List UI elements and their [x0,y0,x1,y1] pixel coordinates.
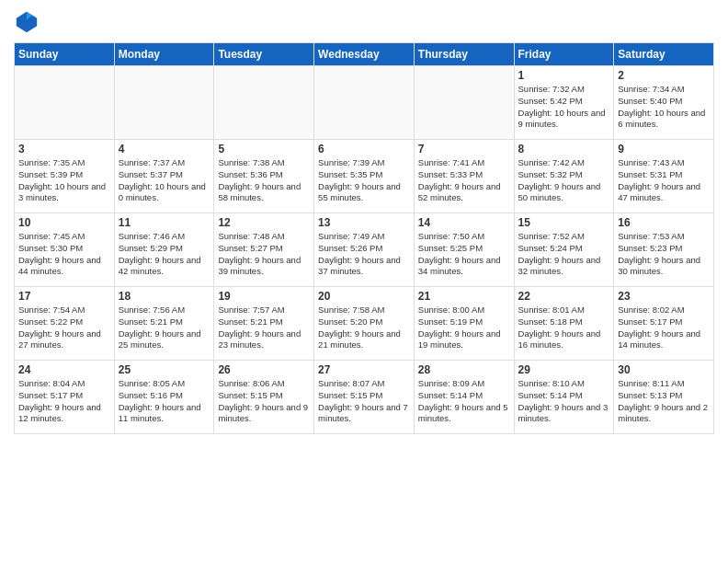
day-cell: 11Sunrise: 7:46 AM Sunset: 5:29 PM Dayli… [114,213,214,287]
day-info: Sunrise: 7:50 AM Sunset: 5:25 PM Dayligh… [418,231,510,278]
day-number: 30 [618,363,710,376]
day-cell: 22Sunrise: 8:01 AM Sunset: 5:18 PM Dayli… [514,287,614,361]
col-wednesday: Wednesday [314,43,415,66]
day-info: Sunrise: 8:04 AM Sunset: 5:17 PM Dayligh… [18,378,110,425]
day-info: Sunrise: 8:11 AM Sunset: 5:13 PM Dayligh… [618,378,710,425]
day-number: 8 [518,143,610,155]
day-cell: 12Sunrise: 7:48 AM Sunset: 5:27 PM Dayli… [214,213,314,287]
day-number: 9 [618,143,710,155]
col-tuesday: Tuesday [214,43,314,66]
day-number: 5 [218,143,310,155]
col-sunday: Sunday [15,43,115,66]
col-monday: Monday [114,43,214,66]
day-number: 20 [318,290,410,303]
day-cell: 15Sunrise: 7:52 AM Sunset: 5:24 PM Dayli… [514,213,614,287]
day-info: Sunrise: 7:49 AM Sunset: 5:26 PM Dayligh… [318,231,410,278]
day-cell: 13Sunrise: 7:49 AM Sunset: 5:26 PM Dayli… [314,213,415,287]
day-number: 12 [218,216,310,229]
day-info: Sunrise: 8:02 AM Sunset: 5:17 PM Dayligh… [618,304,710,351]
day-cell: 17Sunrise: 7:54 AM Sunset: 5:22 PM Dayli… [15,287,115,361]
day-cell: 23Sunrise: 8:02 AM Sunset: 5:17 PM Dayli… [614,287,714,361]
day-info: Sunrise: 8:01 AM Sunset: 5:18 PM Dayligh… [518,304,610,351]
day-cell: 18Sunrise: 7:56 AM Sunset: 5:21 PM Dayli… [114,287,214,361]
col-friday: Friday [514,43,614,66]
day-info: Sunrise: 8:05 AM Sunset: 5:16 PM Dayligh… [119,378,210,425]
day-number: 25 [119,363,210,376]
day-cell [214,66,314,140]
day-info: Sunrise: 8:07 AM Sunset: 5:15 PM Dayligh… [318,378,410,425]
day-cell: 19Sunrise: 7:57 AM Sunset: 5:21 PM Dayli… [214,287,314,361]
day-number: 16 [618,216,710,229]
day-cell: 7Sunrise: 7:41 AM Sunset: 5:33 PM Daylig… [414,140,514,213]
day-info: Sunrise: 7:54 AM Sunset: 5:22 PM Dayligh… [18,304,110,351]
day-info: Sunrise: 8:00 AM Sunset: 5:19 PM Dayligh… [418,304,510,351]
day-number: 7 [418,143,510,155]
day-cell: 20Sunrise: 7:58 AM Sunset: 5:20 PM Dayli… [314,287,415,361]
day-number: 28 [418,363,510,376]
week-row-4: 17Sunrise: 7:54 AM Sunset: 5:22 PM Dayli… [15,287,714,361]
day-info: Sunrise: 7:34 AM Sunset: 5:40 PM Dayligh… [618,84,710,131]
day-info: Sunrise: 8:09 AM Sunset: 5:14 PM Dayligh… [418,378,510,425]
day-cell: 2Sunrise: 7:34 AM Sunset: 5:40 PM Daylig… [614,66,714,140]
day-info: Sunrise: 7:46 AM Sunset: 5:29 PM Dayligh… [119,231,210,278]
day-cell [414,66,514,140]
day-cell: 8Sunrise: 7:42 AM Sunset: 5:32 PM Daylig… [514,140,614,213]
day-info: Sunrise: 7:58 AM Sunset: 5:20 PM Dayligh… [318,304,410,351]
day-number: 18 [119,290,210,303]
day-cell [314,66,415,140]
day-cell: 21Sunrise: 8:00 AM Sunset: 5:19 PM Dayli… [414,287,514,361]
header [14,9,714,35]
col-saturday: Saturday [614,43,714,66]
day-cell: 5Sunrise: 7:38 AM Sunset: 5:36 PM Daylig… [214,140,314,213]
day-cell [114,66,214,140]
day-cell: 4Sunrise: 7:37 AM Sunset: 5:37 PM Daylig… [114,140,214,213]
day-cell: 27Sunrise: 8:07 AM Sunset: 5:15 PM Dayli… [314,361,415,434]
day-number: 15 [518,216,610,229]
day-number: 22 [518,290,610,303]
day-info: Sunrise: 7:45 AM Sunset: 5:30 PM Dayligh… [18,231,110,278]
day-number: 6 [318,143,410,155]
day-cell: 14Sunrise: 7:50 AM Sunset: 5:25 PM Dayli… [414,213,514,287]
col-thursday: Thursday [414,43,514,66]
day-cell: 25Sunrise: 8:05 AM Sunset: 5:16 PM Dayli… [114,361,214,434]
day-info: Sunrise: 7:35 AM Sunset: 5:39 PM Dayligh… [18,157,110,204]
day-number: 21 [418,290,510,303]
day-number: 17 [18,290,110,303]
day-info: Sunrise: 7:52 AM Sunset: 5:24 PM Dayligh… [518,231,610,278]
day-cell: 30Sunrise: 8:11 AM Sunset: 5:13 PM Dayli… [614,361,714,434]
logo [14,9,43,35]
weekday-header-row: Sunday Monday Tuesday Wednesday Thursday… [15,43,714,66]
day-number: 26 [218,363,310,376]
day-info: Sunrise: 7:42 AM Sunset: 5:32 PM Dayligh… [518,157,610,204]
day-number: 2 [618,69,710,82]
week-row-3: 10Sunrise: 7:45 AM Sunset: 5:30 PM Dayli… [15,213,714,287]
day-cell: 3Sunrise: 7:35 AM Sunset: 5:39 PM Daylig… [15,140,115,213]
day-cell [15,66,115,140]
day-number: 1 [518,69,610,82]
day-number: 14 [418,216,510,229]
day-cell: 28Sunrise: 8:09 AM Sunset: 5:14 PM Dayli… [414,361,514,434]
day-cell: 1Sunrise: 7:32 AM Sunset: 5:42 PM Daylig… [514,66,614,140]
week-row-1: 1Sunrise: 7:32 AM Sunset: 5:42 PM Daylig… [15,66,714,140]
day-cell: 10Sunrise: 7:45 AM Sunset: 5:30 PM Dayli… [15,213,115,287]
day-number: 3 [18,143,110,155]
day-info: Sunrise: 7:38 AM Sunset: 5:36 PM Dayligh… [218,157,310,204]
day-cell: 29Sunrise: 8:10 AM Sunset: 5:14 PM Dayli… [514,361,614,434]
day-info: Sunrise: 8:06 AM Sunset: 5:15 PM Dayligh… [218,378,310,425]
day-number: 24 [18,363,110,376]
day-number: 10 [18,216,110,229]
day-cell: 26Sunrise: 8:06 AM Sunset: 5:15 PM Dayli… [214,361,314,434]
day-info: Sunrise: 7:32 AM Sunset: 5:42 PM Dayligh… [518,84,610,131]
day-cell: 9Sunrise: 7:43 AM Sunset: 5:31 PM Daylig… [614,140,714,213]
day-number: 29 [518,363,610,376]
week-row-2: 3Sunrise: 7:35 AM Sunset: 5:39 PM Daylig… [15,140,714,213]
day-info: Sunrise: 8:10 AM Sunset: 5:14 PM Dayligh… [518,378,610,425]
day-info: Sunrise: 7:43 AM Sunset: 5:31 PM Dayligh… [618,157,710,204]
day-info: Sunrise: 7:56 AM Sunset: 5:21 PM Dayligh… [119,304,210,351]
day-info: Sunrise: 7:37 AM Sunset: 5:37 PM Dayligh… [119,157,210,204]
day-cell: 16Sunrise: 7:53 AM Sunset: 5:23 PM Dayli… [614,213,714,287]
day-info: Sunrise: 7:57 AM Sunset: 5:21 PM Dayligh… [218,304,310,351]
day-info: Sunrise: 7:39 AM Sunset: 5:35 PM Dayligh… [318,157,410,204]
day-cell: 6Sunrise: 7:39 AM Sunset: 5:35 PM Daylig… [314,140,415,213]
day-number: 4 [119,143,210,155]
